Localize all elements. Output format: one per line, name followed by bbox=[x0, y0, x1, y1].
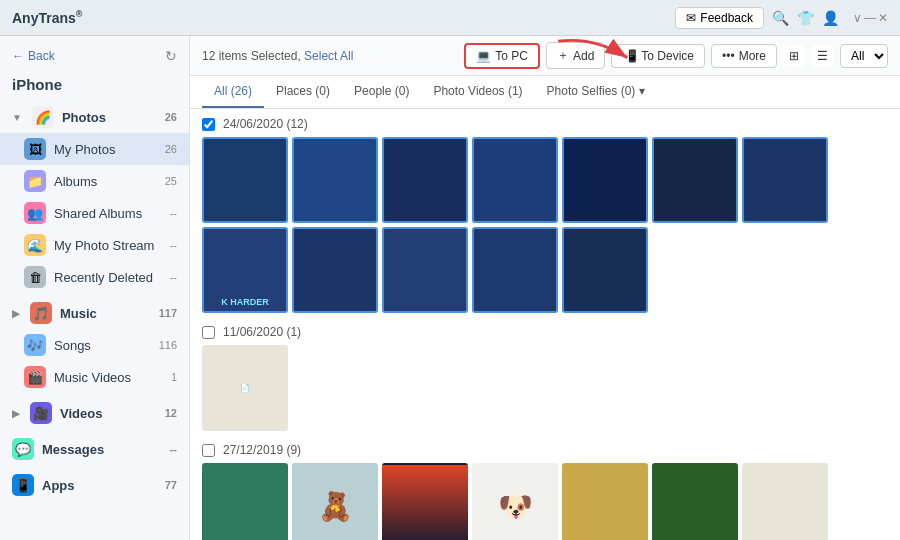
to-pc-label: To PC bbox=[495, 49, 528, 63]
to-pc-icon: 💻 bbox=[476, 49, 491, 63]
grid-view-button[interactable]: ⊞ bbox=[783, 45, 805, 67]
photo-grid-2: 📄 bbox=[202, 345, 888, 431]
date-group-1-checkbox[interactable] bbox=[202, 118, 215, 131]
photo-thumb[interactable] bbox=[562, 227, 648, 313]
sidebar-item-my-photo-stream[interactable]: 🌊 My Photo Stream -- bbox=[0, 229, 189, 261]
more-label: More bbox=[739, 49, 766, 63]
photo-thumb[interactable] bbox=[202, 463, 288, 540]
user-icon[interactable]: 👤 bbox=[822, 10, 839, 26]
apps-label: Apps bbox=[42, 478, 157, 493]
feedback-button[interactable]: ✉ Feedback bbox=[675, 7, 764, 29]
sidebar-section-videos: ▶ 🎥 Videos 12 bbox=[0, 397, 189, 429]
recently-deleted-label: Recently Deleted bbox=[54, 270, 162, 285]
my-photos-label: My Photos bbox=[54, 142, 157, 157]
sidebar-item-messages[interactable]: 💬 Messages -- bbox=[0, 433, 189, 465]
sidebar-section-messages: 💬 Messages -- bbox=[0, 433, 189, 465]
back-arrow-icon: ← bbox=[12, 49, 24, 63]
title-bar: AnyTrans® ✉ Feedback 🔍 👕 👤 ∨ — ✕ bbox=[0, 0, 900, 36]
music-videos-label: Music Videos bbox=[54, 370, 163, 385]
toolbar-wrapper: 12 items Selected, Select All 💻 To PC ＋ … bbox=[190, 36, 900, 76]
photo-thumb[interactable]: 🧸 bbox=[292, 463, 378, 540]
sidebar-section-music: ▶ 🎵 Music 117 🎶 Songs 116 🎬 Music Videos… bbox=[0, 297, 189, 393]
photo-grid-3: 🧸 🐶 bbox=[202, 463, 888, 540]
selected-info: 12 items Selected, Select All bbox=[202, 49, 353, 63]
back-button[interactable]: ← Back bbox=[12, 49, 55, 63]
content-area: 12 items Selected, Select All 💻 To PC ＋ … bbox=[190, 36, 900, 540]
photo-thumb[interactable] bbox=[562, 137, 648, 223]
select-all-link[interactable]: Select All bbox=[304, 49, 353, 63]
sidebar-item-apps[interactable]: 📱 Apps 77 bbox=[0, 469, 189, 501]
expand-collapse-controls: ∨ — ✕ bbox=[853, 11, 888, 25]
videos-toggle-icon: ▶ bbox=[12, 408, 20, 419]
my-photo-stream-icon: 🌊 bbox=[24, 234, 46, 256]
photo-thumb[interactable] bbox=[742, 137, 828, 223]
date-group-1: 24/06/2020 (12) K HARDER bbox=[202, 117, 888, 313]
photo-thumb[interactable] bbox=[382, 227, 468, 313]
shirt-icon[interactable]: 👕 bbox=[797, 10, 814, 26]
sidebar-section-apps: 📱 Apps 77 bbox=[0, 469, 189, 501]
music-icon: 🎵 bbox=[30, 302, 52, 324]
title-bar-left: AnyTrans® bbox=[12, 9, 82, 26]
messages-count: -- bbox=[170, 443, 177, 455]
add-button[interactable]: ＋ Add bbox=[546, 42, 605, 69]
more-icon: ••• bbox=[722, 49, 735, 63]
photo-thumb[interactable] bbox=[652, 463, 738, 540]
sidebar-item-my-photos[interactable]: 🖼 My Photos 26 bbox=[0, 133, 189, 165]
date-group-3: 27/12/2019 (9) 🧸 🐶 bbox=[202, 443, 888, 540]
photo-thumb[interactable] bbox=[382, 463, 468, 540]
photo-thumb[interactable] bbox=[472, 137, 558, 223]
songs-icon: 🎶 bbox=[24, 334, 46, 356]
refresh-icon[interactable]: ↻ bbox=[165, 48, 177, 64]
sidebar-item-shared-albums[interactable]: 👥 Shared Albums -- bbox=[0, 197, 189, 229]
sidebar-item-music[interactable]: ▶ 🎵 Music 117 bbox=[0, 297, 189, 329]
sidebar-section-photos: ▼ 🌈 Photos 26 🖼 My Photos 26 📁 Albums 25… bbox=[0, 101, 189, 293]
tab-people[interactable]: People (0) bbox=[342, 76, 421, 108]
date-group-2: 11/06/2020 (1) 📄 bbox=[202, 325, 888, 431]
date-group-3-checkbox[interactable] bbox=[202, 444, 215, 457]
photo-thumb[interactable] bbox=[382, 137, 468, 223]
more-button[interactable]: ••• More bbox=[711, 44, 777, 68]
tab-all[interactable]: All (26) bbox=[202, 76, 264, 108]
songs-label: Songs bbox=[54, 338, 151, 353]
sidebar-item-photos[interactable]: ▼ 🌈 Photos 26 bbox=[0, 101, 189, 133]
feedback-label: Feedback bbox=[700, 11, 753, 25]
music-videos-icon: 🎬 bbox=[24, 366, 46, 388]
photo-thumb[interactable] bbox=[652, 137, 738, 223]
to-pc-button[interactable]: 💻 To PC bbox=[464, 43, 540, 69]
photos-icon: 🌈 bbox=[32, 106, 54, 128]
shared-albums-icon: 👥 bbox=[24, 202, 46, 224]
tab-photo-videos[interactable]: Photo Videos (1) bbox=[421, 76, 534, 108]
photo-thumb[interactable]: 🐶 bbox=[472, 463, 558, 540]
sidebar-item-recently-deleted[interactable]: 🗑 Recently Deleted -- bbox=[0, 261, 189, 293]
photo-thumb[interactable] bbox=[202, 137, 288, 223]
photo-thumb[interactable] bbox=[742, 463, 828, 540]
add-icon: ＋ bbox=[557, 47, 569, 64]
sidebar-item-music-videos[interactable]: 🎬 Music Videos 1 bbox=[0, 361, 189, 393]
photo-thumb[interactable] bbox=[472, 227, 558, 313]
search-title-icon[interactable]: 🔍 bbox=[772, 10, 789, 26]
photo-thumb[interactable] bbox=[292, 227, 378, 313]
sidebar-item-albums[interactable]: 📁 Albums 25 bbox=[0, 165, 189, 197]
date-label-2: 11/06/2020 (1) bbox=[223, 325, 301, 339]
messages-label: Messages bbox=[42, 442, 162, 457]
photo-thumb[interactable] bbox=[292, 137, 378, 223]
device-name: iPhone bbox=[0, 72, 189, 101]
to-device-button[interactable]: 📲 To Device bbox=[611, 44, 705, 68]
sidebar-item-songs[interactable]: 🎶 Songs 116 bbox=[0, 329, 189, 361]
my-photo-stream-count: -- bbox=[170, 239, 177, 251]
sidebar-item-videos[interactable]: ▶ 🎥 Videos 12 bbox=[0, 397, 189, 429]
photo-thumb[interactable]: K HARDER bbox=[202, 227, 288, 313]
photo-thumb[interactable] bbox=[562, 463, 648, 540]
date-group-2-checkbox[interactable] bbox=[202, 326, 215, 339]
to-device-icon: 📲 bbox=[622, 49, 637, 63]
sort-select[interactable]: All bbox=[840, 44, 888, 68]
app-title-sup: ® bbox=[76, 9, 83, 19]
tab-places[interactable]: Places (0) bbox=[264, 76, 342, 108]
music-toggle-icon: ▶ bbox=[12, 308, 20, 319]
videos-label: Videos bbox=[60, 406, 157, 421]
shared-albums-label: Shared Albums bbox=[54, 206, 162, 221]
list-view-button[interactable]: ☰ bbox=[811, 45, 834, 67]
photos-toggle-icon: ▼ bbox=[12, 112, 22, 123]
tab-photo-selfies[interactable]: Photo Selfies (0) ▾ bbox=[535, 76, 657, 108]
photo-thumb[interactable]: 📄 bbox=[202, 345, 288, 431]
